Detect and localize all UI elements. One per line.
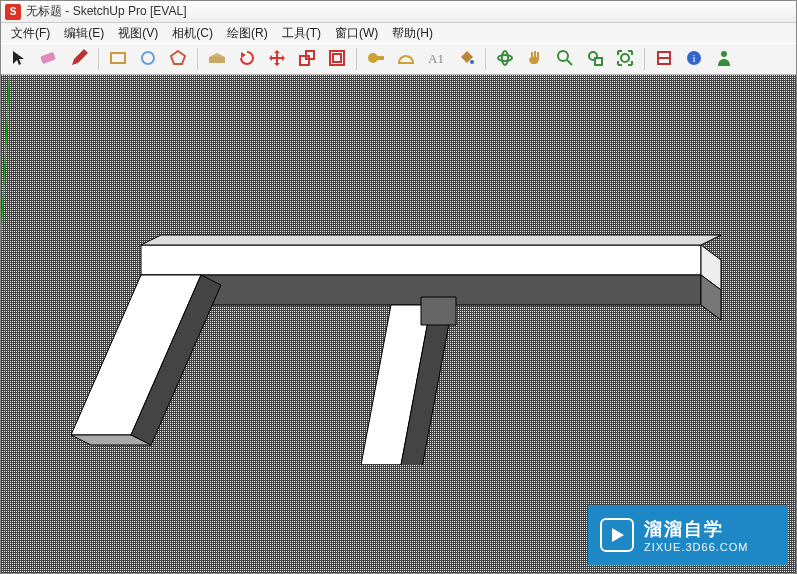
tape-icon bbox=[366, 50, 386, 69]
toolbar: A1i bbox=[1, 43, 796, 75]
paintbucket-icon bbox=[457, 49, 475, 70]
zoomwindow-icon bbox=[586, 49, 604, 70]
menu-draw[interactable]: 绘图(R) bbox=[221, 24, 274, 43]
circle-icon bbox=[139, 49, 157, 70]
eraser-icon bbox=[39, 50, 59, 69]
pushpull-tool-button[interactable] bbox=[203, 46, 231, 72]
pencil-tool-button[interactable] bbox=[65, 46, 93, 72]
svg-marker-38 bbox=[141, 235, 721, 245]
window-title: 无标题 - SketchUp Pro [EVAL] bbox=[26, 3, 187, 20]
zoomwindow-tool-button[interactable] bbox=[581, 46, 609, 72]
rectangle-tool-button[interactable] bbox=[104, 46, 132, 72]
move-icon bbox=[268, 49, 286, 70]
person-icon bbox=[715, 49, 733, 70]
polygon-icon bbox=[169, 49, 187, 70]
protractor-icon bbox=[397, 49, 415, 70]
scale-tool-button[interactable] bbox=[293, 46, 321, 72]
svg-point-17 bbox=[558, 51, 568, 61]
svg-rect-7 bbox=[300, 56, 309, 65]
menubar: 文件(F) 编辑(E) 视图(V) 相机(C) 绘图(R) 工具(T) 窗口(W… bbox=[1, 23, 796, 43]
svg-point-14 bbox=[470, 60, 474, 64]
move-tool-button[interactable] bbox=[263, 46, 291, 72]
viewport-3d[interactable]: 溜溜自学 ZIXUE.3D66.COM bbox=[1, 75, 796, 573]
app-icon: S bbox=[5, 4, 21, 20]
protractor-tool-button[interactable] bbox=[392, 46, 420, 72]
zoomextents-tool-button[interactable] bbox=[611, 46, 639, 72]
orbit-icon bbox=[496, 49, 514, 70]
menu-edit[interactable]: 编辑(E) bbox=[58, 24, 110, 43]
svg-rect-1 bbox=[111, 53, 125, 63]
rectangle-icon bbox=[109, 49, 127, 70]
scale-icon bbox=[298, 49, 316, 70]
menu-window[interactable]: 窗口(W) bbox=[329, 24, 384, 43]
offset-tool-button[interactable] bbox=[323, 46, 351, 72]
paintbucket-tool-button[interactable] bbox=[452, 46, 480, 72]
tape-tool-button[interactable] bbox=[362, 46, 390, 72]
toolbar-separator bbox=[356, 48, 357, 70]
rotate-tool-button[interactable] bbox=[233, 46, 261, 72]
menu-tools[interactable]: 工具(T) bbox=[276, 24, 327, 43]
svg-point-26 bbox=[721, 51, 727, 57]
titlebar: S 无标题 - SketchUp Pro [EVAL] bbox=[1, 1, 796, 23]
info-icon: i bbox=[685, 49, 703, 70]
text-icon: A1 bbox=[427, 50, 445, 69]
svg-text:i: i bbox=[692, 52, 695, 64]
component-tool-button[interactable] bbox=[650, 46, 678, 72]
toolbar-separator bbox=[98, 48, 99, 70]
component-icon bbox=[655, 49, 673, 70]
svg-rect-10 bbox=[333, 54, 341, 62]
zoom-icon bbox=[556, 49, 574, 70]
svg-marker-37 bbox=[421, 297, 456, 325]
watermark-brand: 溜溜自学 bbox=[644, 517, 748, 541]
menu-view[interactable]: 视图(V) bbox=[112, 24, 164, 43]
svg-rect-0 bbox=[40, 51, 56, 63]
watermark: 溜溜自学 ZIXUE.3D66.COM bbox=[588, 505, 788, 565]
svg-point-15 bbox=[498, 55, 512, 61]
play-icon bbox=[600, 518, 634, 552]
toolbar-separator bbox=[197, 48, 198, 70]
pan-tool-button[interactable] bbox=[521, 46, 549, 72]
pencil-icon bbox=[70, 49, 88, 70]
svg-point-16 bbox=[502, 51, 508, 65]
svg-rect-5 bbox=[209, 57, 225, 63]
info-tool-button[interactable]: i bbox=[680, 46, 708, 72]
polygon-tool-button[interactable] bbox=[164, 46, 192, 72]
menu-file[interactable]: 文件(F) bbox=[5, 24, 56, 43]
pushpull-icon bbox=[207, 49, 227, 70]
svg-marker-6 bbox=[241, 52, 246, 58]
svg-point-2 bbox=[142, 52, 154, 64]
select-icon bbox=[10, 49, 28, 70]
eraser-tool-button[interactable] bbox=[35, 46, 63, 72]
svg-text:A1: A1 bbox=[428, 51, 444, 66]
menu-camera[interactable]: 相机(C) bbox=[166, 24, 219, 43]
menu-help[interactable]: 帮助(H) bbox=[386, 24, 439, 43]
svg-marker-3 bbox=[171, 51, 185, 64]
svg-point-21 bbox=[621, 54, 629, 62]
orbit-tool-button[interactable] bbox=[491, 46, 519, 72]
svg-line-18 bbox=[567, 60, 572, 65]
zoomextents-icon bbox=[616, 49, 634, 70]
pan-icon bbox=[526, 49, 544, 70]
person-tool-button[interactable] bbox=[710, 46, 738, 72]
rotate-icon bbox=[238, 49, 256, 70]
select-tool-button[interactable] bbox=[5, 46, 33, 72]
text-tool-button[interactable]: A1 bbox=[422, 46, 450, 72]
svg-rect-12 bbox=[376, 56, 384, 60]
offset-icon bbox=[328, 49, 346, 70]
toolbar-separator bbox=[485, 48, 486, 70]
toolbar-separator bbox=[644, 48, 645, 70]
watermark-url: ZIXUE.3D66.COM bbox=[644, 541, 748, 553]
svg-marker-27 bbox=[141, 245, 701, 275]
svg-marker-39 bbox=[612, 528, 624, 542]
axis-green bbox=[1, 75, 10, 572]
circle-tool-button[interactable] bbox=[134, 46, 162, 72]
zoom-tool-button[interactable] bbox=[551, 46, 579, 72]
model-geometry bbox=[61, 205, 741, 465]
